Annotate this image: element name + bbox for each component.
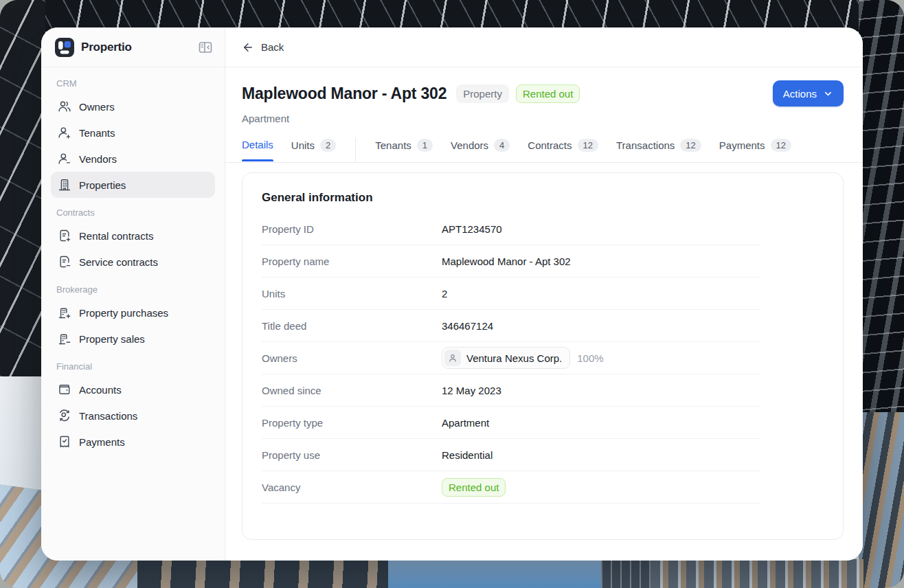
tab-label: Vendors bbox=[451, 139, 488, 151]
sidebar: Propertio CRMOwnersTenantsVendorsPropert… bbox=[41, 27, 225, 561]
row-value: APT1234570 bbox=[442, 223, 502, 235]
row-value: Residential bbox=[442, 449, 493, 461]
page-subtitle: Apartment bbox=[242, 113, 844, 124]
photo-canopy-right bbox=[859, 0, 904, 412]
info-row-property-use: Property useResidential bbox=[262, 439, 760, 471]
file-plus-icon bbox=[58, 229, 71, 242]
actions-button[interactable]: Actions bbox=[773, 80, 844, 106]
vacancy-status-badge: Rented out bbox=[442, 478, 506, 497]
main-panel: Back Maplewood Manor - Apt 302 Property … bbox=[225, 27, 863, 561]
row-label: Property ID bbox=[262, 223, 442, 235]
arrows-exchange-icon bbox=[58, 409, 71, 422]
tab-count-badge: 12 bbox=[680, 139, 701, 152]
info-row-vacancy: VacancyRented out bbox=[262, 471, 760, 504]
sidebar-item-label: Owners bbox=[79, 101, 115, 113]
sidebar-section: ContractsRental contractsService contrac… bbox=[51, 207, 215, 275]
row-value: 2 bbox=[442, 288, 447, 299]
tab-group-divider bbox=[355, 137, 356, 162]
tab-count-badge: 12 bbox=[771, 139, 791, 152]
row-value: 12 May 2023 bbox=[442, 385, 501, 396]
tab-count-badge: 1 bbox=[417, 139, 433, 152]
building-minus-icon bbox=[58, 332, 71, 346]
sidebar-item-label: Vendors bbox=[79, 153, 117, 165]
building-icon bbox=[58, 178, 71, 192]
sidebar-item-label: Properties bbox=[79, 179, 126, 191]
info-row-property-name: Property nameMaplewood Manor - Apt 302 bbox=[262, 245, 760, 278]
sidebar-section-label: CRM bbox=[56, 78, 210, 89]
back-button[interactable]: Back bbox=[242, 41, 284, 54]
tab-transactions[interactable]: Transactions12 bbox=[616, 137, 701, 162]
tab-details[interactable]: Details bbox=[242, 137, 273, 161]
tab-count-badge: 2 bbox=[320, 139, 336, 152]
back-bar: Back bbox=[225, 27, 863, 67]
sidebar-item-accounts[interactable]: Accounts bbox=[51, 376, 215, 403]
row-label: Units bbox=[262, 288, 442, 299]
sidebar-section-label: Brokerage bbox=[56, 284, 210, 295]
panel-collapse-icon[interactable] bbox=[197, 39, 214, 56]
sidebar-item-payments[interactable]: Payments bbox=[51, 429, 215, 455]
sidebar-item-property-sales[interactable]: Property sales bbox=[51, 326, 215, 352]
photo-tower-bottom bbox=[601, 559, 651, 588]
photo-building-bottom-right bbox=[651, 559, 863, 588]
arrow-left-icon bbox=[242, 41, 254, 54]
sidebar-item-vendors[interactable]: Vendors bbox=[51, 146, 215, 172]
sidebar-item-label: Property sales bbox=[79, 333, 145, 345]
owner-share: 100% bbox=[577, 352, 603, 364]
card-title: General information bbox=[262, 191, 824, 205]
tab-units[interactable]: Units2 bbox=[291, 137, 336, 162]
back-label: Back bbox=[261, 41, 284, 53]
tab-contracts[interactable]: Contracts12 bbox=[528, 137, 598, 162]
row-label: Owners bbox=[262, 352, 442, 364]
info-row-owned-since: Owned since12 May 2023 bbox=[262, 374, 760, 407]
row-label: Title deed bbox=[262, 320, 442, 332]
sidebar-item-label: Accounts bbox=[79, 384, 122, 396]
sidebar-item-service-contracts[interactable]: Service contracts bbox=[51, 249, 215, 275]
info-row-property-type: Property typeApartment bbox=[262, 407, 760, 439]
sidebar-item-label: Property purchases bbox=[79, 307, 168, 319]
sidebar-section: BrokerageProperty purchasesProperty sale… bbox=[51, 284, 215, 352]
tab-label: Tenants bbox=[375, 139, 411, 151]
tab-label: Transactions bbox=[616, 139, 675, 151]
owner-chip[interactable]: Ventura Nexus Corp. bbox=[442, 347, 570, 369]
tab-payments[interactable]: Payments12 bbox=[719, 137, 791, 162]
sidebar-item-label: Tenants bbox=[79, 127, 115, 139]
user-minus-icon bbox=[58, 152, 71, 166]
brand-name: Propertio bbox=[81, 41, 190, 54]
app-logo-icon bbox=[55, 38, 74, 57]
sidebar-item-property-purchases[interactable]: Property purchases bbox=[51, 299, 215, 326]
general-info-card: General information Property IDAPT123457… bbox=[242, 172, 844, 540]
row-value: 346467124 bbox=[442, 320, 493, 332]
tab-vendors[interactable]: Vendors4 bbox=[451, 137, 510, 162]
sidebar-section-label: Financial bbox=[56, 361, 210, 372]
sidebar-section-label: Contracts bbox=[56, 207, 210, 218]
tab-tenants[interactable]: Tenants1 bbox=[375, 137, 433, 162]
sidebar-nav: CRMOwnersTenantsVendorsPropertiesContrac… bbox=[41, 67, 225, 462]
sidebar-item-rental-contracts[interactable]: Rental contracts bbox=[51, 223, 215, 249]
tab-label: Contracts bbox=[528, 139, 572, 151]
photo-sky-left bbox=[0, 376, 45, 486]
tab-label: Payments bbox=[719, 139, 765, 151]
sidebar-item-transactions[interactable]: Transactions bbox=[51, 403, 215, 429]
sidebar-item-tenants[interactable]: Tenants bbox=[51, 120, 215, 146]
wallet-icon bbox=[58, 383, 71, 396]
sidebar-section: FinancialAccountsTransactionsPayments bbox=[51, 361, 215, 455]
tab-label: Details bbox=[242, 139, 273, 150]
sidebar-item-properties[interactable]: Properties bbox=[51, 172, 215, 198]
owner-name: Ventura Nexus Corp. bbox=[466, 352, 562, 364]
row-label: Property type bbox=[262, 417, 442, 429]
row-label: Property use bbox=[262, 449, 442, 461]
file-minus-icon bbox=[58, 255, 71, 269]
page-title: Maplewood Manor - Apt 302 bbox=[242, 84, 447, 103]
sidebar-section: CRMOwnersTenantsVendorsProperties bbox=[51, 78, 215, 198]
title-row: Maplewood Manor - Apt 302 Property Rente… bbox=[242, 80, 844, 106]
status-badge: Rented out bbox=[516, 84, 580, 103]
building-plus-icon bbox=[58, 306, 71, 319]
sidebar-item-owners[interactable]: Owners bbox=[51, 93, 215, 120]
row-value: Rented out bbox=[442, 478, 506, 497]
users-icon bbox=[58, 100, 71, 113]
row-label: Property name bbox=[262, 256, 442, 267]
sidebar-item-label: Transactions bbox=[79, 410, 137, 422]
chevron-down-icon bbox=[823, 89, 833, 99]
entity-type-badge: Property bbox=[456, 84, 509, 103]
info-row-title-deed: Title deed346467124 bbox=[262, 310, 760, 342]
